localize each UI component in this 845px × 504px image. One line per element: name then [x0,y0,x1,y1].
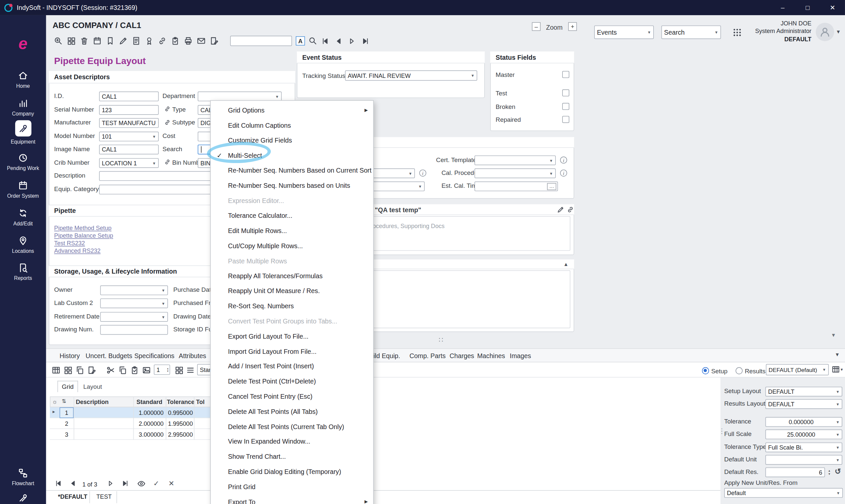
retirement-date-combo[interactable] [100,312,168,322]
layout-default-combo[interactable]: DEFAULT (Default) [766,364,828,375]
tolerance-input[interactable]: 0.000000 [766,417,842,427]
print-icon[interactable] [183,36,193,46]
standard-cell[interactable]: 2.000000 [133,420,164,427]
confirm-check-icon[interactable]: ✓ [153,479,159,487]
model-number-combo[interactable]: 101 [99,132,159,142]
nav-prev-icon[interactable] [334,37,343,46]
setup-layout-combo[interactable]: DEFAULT [766,387,842,397]
menu-item-edit-column-captions[interactable]: Edit Column Captions [211,118,373,133]
equip-category-input[interactable] [99,185,229,195]
sidebar-item-company[interactable]: Company [0,98,46,116]
menu-item-delete-test-point[interactable]: Delete Test Point (Ctrl+Delete) [211,374,373,389]
crib-number-combo[interactable]: LOCATION 1 [99,158,159,168]
menu-item-renumber-current-sort[interactable]: Re-Number Seq. Numbers Based on Current … [211,163,373,178]
grid-options-sun-icon[interactable]: ☼ [52,398,58,404]
sidebar-item-home[interactable]: Home [0,70,46,89]
row-number-cell[interactable]: 3 [60,429,74,440]
tab-comp-parts[interactable]: Comp. Parts [410,352,446,360]
paste-icon[interactable] [130,366,139,375]
sidebar-item-locations[interactable]: Locations [0,236,46,254]
spinner-down-icon[interactable]: ▾ [167,370,168,372]
document-icon[interactable] [132,36,141,46]
layout-tab[interactable]: Layout [79,381,106,392]
bookmark-icon[interactable] [106,36,115,46]
broken-checkbox[interactable] [562,103,569,110]
master-checkbox[interactable] [562,71,569,78]
edit-icon[interactable] [119,36,128,46]
menu-item-edit-multiple-rows[interactable]: Edit Multiple Rows... [211,223,373,239]
row-number-cell[interactable]: 1 [60,407,74,418]
tolerance-cell[interactable]: 0.995000 [166,410,193,416]
menu-item-cancel-test-point-entry[interactable]: Cancel Test Point Entry (Esc) [211,389,373,404]
link-icon[interactable] [158,36,167,46]
tab-history[interactable]: History [60,352,80,360]
edit-grid-icon[interactable] [87,366,96,375]
department-combo[interactable] [198,91,282,101]
sidebar-item-equip-links[interactable]: Equip. Links [0,493,46,504]
menu-item-reapply-tolerances[interactable]: Reapply All Tolerances/Formulas [211,269,373,284]
repaired-checkbox[interactable] [562,116,569,123]
col-header-tol2[interactable]: Tol [196,399,205,405]
test-rs232-link[interactable]: Test RS232 [54,240,85,247]
nav-first-icon[interactable] [321,37,329,46]
text-highlight-button[interactable]: A [296,36,305,46]
standard-cell[interactable]: 3.000000 [133,431,164,438]
serial-number-input[interactable]: 123 [99,105,159,115]
tolerance-type-combo[interactable]: Full Scale Bi. [766,443,842,452]
test-checkbox[interactable] [562,89,569,96]
grid-settings-icon[interactable] [831,365,840,374]
results-radio[interactable] [735,367,742,374]
results-layout-combo[interactable]: DEFAULT [766,399,842,409]
drawing-num-input[interactable] [100,325,168,335]
lab-custom-2-combo[interactable] [100,299,168,308]
menu-item-cut-copy-multiple-rows[interactable]: Cut/Copy Multiple Rows... [211,238,373,253]
col-header-description[interactable]: Description [76,399,109,405]
stepper-down-icon[interactable]: ▾ [828,472,830,475]
menu-item-view-in-expanded-window[interactable]: View In Expanded Window... [211,434,373,449]
tab-charges[interactable]: Charges [450,352,474,360]
collapse-chevron-icon[interactable]: ▴ [564,260,568,267]
menu-item-resort-seq-numbers[interactable]: Re-Sort Seq. Numbers [211,299,373,314]
menu-item-show-trend-chart[interactable]: Show Trend Chart... [211,449,373,464]
search-combo[interactable]: Search [662,25,721,39]
zoom-in-button[interactable]: + [568,22,577,31]
zoom-out-button[interactable]: – [532,22,540,31]
menu-item-export-grid-layout[interactable]: Export Grid Layout To File... [211,329,373,344]
apps-grid-icon[interactable] [733,28,742,38]
sheet-tab-test[interactable]: TEST [96,493,111,500]
tolerance-cell[interactable]: 1.995000 [166,420,193,427]
cert-template-info-icon[interactable]: i [560,157,567,163]
sidebar-item-pending-work[interactable]: Pending Work [0,153,46,171]
preview-eye-icon[interactable] [137,479,146,488]
menu-item-import-grid-layout[interactable]: Import Grid Layout From File... [211,344,373,359]
menu-item-enable-grid-dialog-editing[interactable]: Enable Grid Dialog Editing (Temporary) [211,464,373,480]
tab-uncert-budgets[interactable]: Uncert. Budgets [86,352,132,360]
advanced-rs232-link[interactable]: Advanced RS232 [54,248,101,254]
tab-machines[interactable]: Machines [477,352,505,360]
sidebar-item-add-edit[interactable]: Add/Edit [0,208,46,227]
list-icon[interactable] [186,366,195,375]
grid-view-icon[interactable] [52,366,61,375]
tolerance-cell[interactable]: 2.995000 [166,431,193,438]
standard-cell[interactable]: 1.000000 [133,410,164,416]
description-input[interactable] [99,171,229,181]
image-icon[interactable] [142,366,151,375]
certificate-icon[interactable] [145,36,154,46]
zoom-in-icon[interactable] [53,36,63,46]
qa-link-icon[interactable] [567,206,574,214]
menu-item-export-to[interactable]: Export To▶ [211,494,373,504]
manufacturer-combo[interactable]: TEST MANUFACTU [99,118,159,128]
dashboard-icon[interactable] [67,36,76,46]
cert-template-combo[interactable] [475,156,556,165]
record-first-icon[interactable] [54,479,62,487]
delete-icon[interactable] [79,36,89,46]
copy-icon[interactable] [118,366,127,375]
search-icon[interactable] [308,36,318,46]
menu-item-renumber-units[interactable]: Re-Number Seq. Numbers based on Units [211,178,373,193]
tab-specifications[interactable]: Specifications [134,352,175,360]
tab-attributes[interactable]: Attributes [179,352,206,360]
pipette-method-setup-link[interactable]: Pipette Method Setup [54,225,111,231]
stepper-up-icon[interactable]: ▴ [828,469,830,472]
grid-sort-icon[interactable]: ⇅ [62,398,66,404]
cancel-x-icon[interactable]: ✕ [168,479,174,487]
